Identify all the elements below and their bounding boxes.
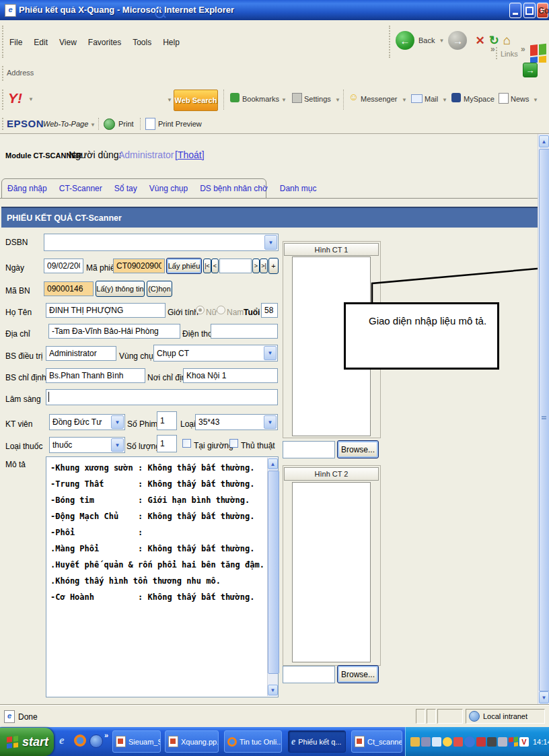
logout-link[interactable]: [Thoát] <box>175 149 205 160</box>
search-icon[interactable] <box>155 8 165 18</box>
tray-icon[interactable] <box>476 737 486 747</box>
tray-icon[interactable] <box>410 737 420 747</box>
taskbar-task-ct-scanner[interactable]: Ct_scanner... <box>351 730 402 753</box>
tray-update-icon[interactable] <box>464 736 475 747</box>
toolbar-overflow-chevron[interactable]: » <box>490 44 495 54</box>
scroll-up-icon[interactable]: ▲ <box>539 135 549 147</box>
menu-help[interactable]: Help <box>163 38 180 47</box>
thu-thuat-checkbox[interactable] <box>229 439 238 448</box>
tray-icon[interactable] <box>453 737 463 747</box>
quick-launch-ie-icon[interactable]: e <box>59 734 65 747</box>
tuoi-input[interactable] <box>261 303 278 318</box>
pager-last-button[interactable]: >| <box>260 259 268 273</box>
hinh-ct2-file-input[interactable] <box>283 666 335 683</box>
quick-launch-firefox-icon[interactable] <box>74 734 86 747</box>
chevron-down-icon[interactable]: ▼ <box>111 438 124 452</box>
quick-launch-download-icon[interactable] <box>89 734 103 748</box>
page-scrollbar[interactable]: ▲ ▼ <box>538 134 549 705</box>
lay-phieu-button[interactable]: Lấy phiếu <box>166 258 202 274</box>
minimize-button[interactable] <box>509 3 521 18</box>
scroll-up-icon[interactable]: ▲ <box>268 458 278 469</box>
tab-vung-chup[interactable]: Vùng chụp <box>149 184 188 193</box>
bookmarks-menu[interactable]: Bookmarks <box>242 95 279 103</box>
menu-view[interactable]: View <box>59 38 77 47</box>
menu-file[interactable]: File <box>9 38 22 47</box>
news-menu[interactable]: News <box>511 95 529 103</box>
tab-ct-scanner[interactable]: CT-Scanner <box>59 184 102 193</box>
mail-dropdown-icon[interactable]: ▼ <box>442 97 447 103</box>
chevron-down-icon[interactable]: ▼ <box>264 235 277 250</box>
web-search-button[interactable]: Web Search <box>174 90 218 111</box>
kt-vien-select[interactable]: Đồng Đức Tư ▼ <box>49 414 125 430</box>
dien-thoai-input[interactable] <box>211 324 278 339</box>
messenger-menu[interactable]: Messenger <box>361 95 397 103</box>
radio-nu[interactable] <box>196 306 205 314</box>
tray-icon[interactable] <box>432 737 441 747</box>
ngay-input[interactable] <box>44 259 83 273</box>
search-dropdown-icon[interactable]: ▼ <box>167 97 172 103</box>
bookmarks-dropdown-icon[interactable]: ▼ <box>281 97 287 103</box>
tray-smiley-icon[interactable] <box>443 737 452 747</box>
scroll-down-icon[interactable]: ▼ <box>268 685 278 695</box>
yahoo-logo-dropdown-icon[interactable]: ▼ <box>28 96 34 102</box>
tab-dang-nhap[interactable]: Đăng nhập <box>7 184 47 193</box>
so-luong-input[interactable] <box>157 435 177 452</box>
tray-icon[interactable] <box>421 737 431 747</box>
myspace-menu[interactable]: MySpace <box>464 95 495 103</box>
tab-so-tay[interactable]: Sổ tay <box>114 184 137 193</box>
scroll-thumb[interactable] <box>539 149 549 691</box>
tray-windows-icon[interactable] <box>509 736 518 747</box>
scroll-down-icon[interactable]: ▼ <box>539 691 549 703</box>
taskbar-task-xquang[interactable]: Xquang.pp... <box>165 730 219 753</box>
menu-edit[interactable]: Edit <box>34 38 48 47</box>
tray-icon[interactable] <box>487 737 497 747</box>
so-phim-input[interactable] <box>157 411 177 430</box>
taskbar-task-tintuc[interactable]: Tin tuc Onli... <box>224 730 282 753</box>
mail-menu[interactable]: Mail <box>425 95 438 103</box>
print-preview-button[interactable]: Print Preview <box>158 120 202 128</box>
messenger-dropdown-icon[interactable]: ▼ <box>402 97 407 103</box>
menu-favorites[interactable]: Favorites <box>88 38 121 47</box>
tray-antivirus-icon[interactable]: V <box>519 737 529 747</box>
epson-grip[interactable] <box>2 118 5 130</box>
mo-ta-scrollbar[interactable]: ▲ ▼ <box>267 458 278 696</box>
tab-ds-benh-nhan-cho[interactable]: DS bệnh nhân chờ <box>200 184 268 193</box>
links-label[interactable]: Links <box>501 50 518 58</box>
links-overflow-chevron[interactable]: » <box>521 44 525 54</box>
dia-chi-input[interactable] <box>48 324 180 339</box>
loai-thuoc-select[interactable]: thuốc ▼ <box>49 437 125 453</box>
pager-next-button[interactable]: > <box>252 259 260 273</box>
vung-chup-select[interactable]: Chụp CT ▼ <box>153 345 278 362</box>
hinh-ct2-browse-button[interactable]: Browse... <box>337 665 379 683</box>
lay-thong-tin-button[interactable]: Lấ(y) thông tin <box>96 281 145 297</box>
radio-nam[interactable] <box>217 306 225 314</box>
settings-dropdown-icon[interactable]: ▼ <box>335 97 340 103</box>
yahoo-logo[interactable]: Y! <box>8 90 22 106</box>
forward-button[interactable]: → <box>448 31 467 50</box>
home-button[interactable]: ⌂ <box>503 33 511 48</box>
address-grip[interactable] <box>2 66 5 81</box>
web-to-page-menu[interactable]: Web-To-Page <box>43 120 88 128</box>
chevron-down-icon[interactable]: ▼ <box>264 346 277 360</box>
pager-add-button[interactable]: + <box>268 258 279 274</box>
taskbar-task-sieuam[interactable]: Sieuam_SA... <box>112 730 161 753</box>
pager-prev-button[interactable]: < <box>211 259 219 273</box>
chon-button[interactable]: (C)họn <box>147 281 172 297</box>
ma-phieu-input[interactable] <box>113 259 165 273</box>
restore-button[interactable] <box>523 3 536 18</box>
back-label[interactable]: Back <box>418 36 435 44</box>
loai-select[interactable]: 35*43 ▼ <box>195 414 278 430</box>
toolbar-grip[interactable] <box>2 26 5 58</box>
news-dropdown-icon[interactable]: ▼ <box>533 97 538 103</box>
toolbar-grip[interactable] <box>389 26 392 58</box>
tai-giuong-checkbox[interactable] <box>182 439 191 448</box>
stop-button[interactable]: ✕ <box>475 34 484 48</box>
tray-icon[interactable] <box>498 737 507 747</box>
pager-input[interactable] <box>219 259 252 273</box>
ho-ten-input[interactable] <box>46 303 166 318</box>
user-name-link[interactable]: Administrator <box>118 149 174 160</box>
start-button[interactable]: start <box>0 728 54 756</box>
mo-ta-textarea[interactable]: -Khung xương sườn : Không thấy bất thườn… <box>46 456 279 697</box>
bs-dieu-tri-input[interactable] <box>46 346 116 361</box>
links-grip[interactable] <box>496 47 499 59</box>
